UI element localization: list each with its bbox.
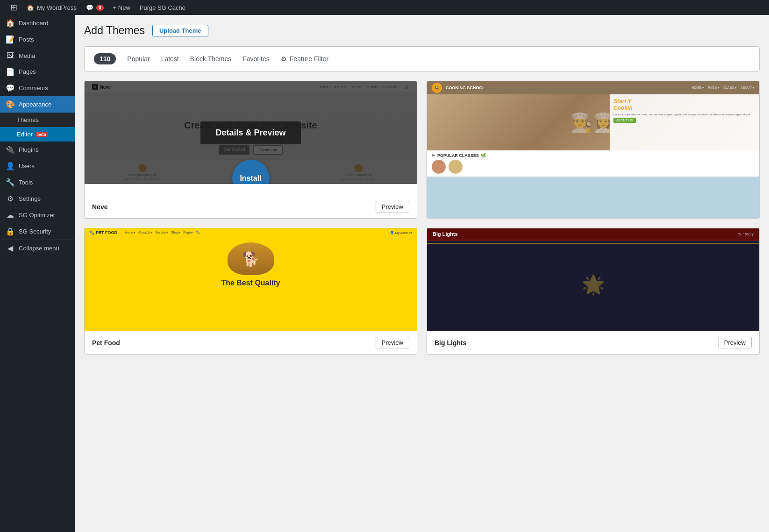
cooking-header: 🍳 COOKING SCHOOL HOME ▾ PAGE ▾ CLASS ▾ A… [427,81,759,94]
sidebar-item-dashboard[interactable]: 🏠 Dashboard [0,15,75,31]
pet-theme-name: Pet Food [92,339,120,347]
sidebar-item-collapse[interactable]: ◀ Collapse menu [0,240,75,256]
new-item[interactable]: + New [108,0,135,15]
sidebar-item-tools[interactable]: 🔧 Tools [0,174,75,191]
sidebar-label-settings: Settings [19,195,41,202]
sidebar-item-sg-security[interactable]: 🔒 SG Security [0,223,75,240]
sidebar-label-sg-security: SG Security [19,228,51,235]
wp-logo-item[interactable]: ⊞ [6,0,22,15]
sidebar-label-themes: Themes [17,116,39,123]
cooking-hero: 👨‍🍳👩‍🍳 Start YCookin Lorem ipsum dolor s… [427,94,759,150]
sidebar-item-themes[interactable]: Themes [0,113,75,127]
main-layout: 🏠 Dashboard 📝 Posts 🖼 Media 📄 Pages 💬 Co… [0,15,769,532]
gear-icon: ⚙ [281,55,287,63]
theme-card-biglights: Big Lights Our Story 🌟 Big Lights [427,228,760,355]
site-name-item[interactable]: 🏠 My WordPress [22,0,81,15]
cooking-leaf-icon: 🌿 [481,153,486,158]
pet-preview-button[interactable]: Preview [376,337,409,348]
sidebar-item-posts[interactable]: 📝 Posts [0,31,75,48]
biglights-placeholder: 🌟 [582,274,605,296]
upload-theme-button[interactable]: Upload Theme [152,25,208,36]
posts-icon: 📝 [6,35,15,44]
settings-icon: ⚙ [6,194,15,203]
cooking-classes-section: ✂ POPULAR CLASSES 🌿 [427,150,759,177]
admin-bar: ⊞ 🏠 My WordPress 💬 0 + New Purge SG Cach… [0,0,769,15]
sidebar-item-users[interactable]: 👤 Users [0,158,75,174]
theme-card-pet: 🐾 PET FOOD Home▾ AboutUs▾ Service▾ Shop▾… [84,228,417,355]
cooking-classes-title: ✂ POPULAR CLASSES 🌿 [432,153,755,158]
sidebar-item-pages[interactable]: 📄 Pages [0,64,75,80]
sidebar-item-appearance[interactable]: 🎨 Appearance [0,96,75,113]
dashboard-icon: 🏠 [6,19,15,28]
neve-preview: N Neve HOME ABOUT BLOG SHOP CONTACT 🛒 [85,81,417,184]
purge-cache-item[interactable]: Purge SG Cache [135,0,190,15]
sidebar-label-sg-optimizer: SG Optimizer [19,212,55,219]
pet-card-footer: Pet Food Preview [85,331,417,354]
sidebar-label-posts: Posts [19,36,34,43]
cooking-preview: 🍳 COOKING SCHOOL HOME ▾ PAGE ▾ CLASS ▾ A… [427,81,759,218]
feature-filter-label: Feature Filter [290,55,328,63]
comments-count: 0 [96,5,104,11]
sg-security-icon: 🔒 [6,227,15,236]
tab-feature-filter[interactable]: ⚙ Feature Filter [281,53,328,64]
neve-details-preview-button[interactable]: Details & Preview [200,121,300,144]
biglights-card-footer: Big Lights Preview [427,331,759,354]
beta-badge: beta [36,132,48,137]
pages-icon: 📄 [6,67,15,76]
cooking-start-label: Start YCookin [613,98,755,111]
sidebar-item-settings[interactable]: ⚙ Settings [0,191,75,207]
cooking-class-2 [449,160,463,174]
sidebar-label-users: Users [19,163,35,170]
comments-sidebar-icon: 💬 [6,84,15,92]
sidebar-label-dashboard: Dashboard [19,20,49,27]
biglights-content: 🌟 [427,247,759,322]
comments-item[interactable]: 💬 0 [81,0,108,15]
sidebar-label-collapse: Collapse menu [19,245,59,252]
pet-nav: Home▾ AboutUs▾ Service▾ Shop▾ Page▾ 🐾 [125,231,200,234]
tab-block-themes[interactable]: Block Themes [190,53,231,64]
sidebar-label-appearance: Appearance [19,101,51,108]
plugins-icon: 🔌 [6,145,15,154]
biglights-header: Big Lights Our Story [427,228,759,241]
sidebar-item-media[interactable]: 🖼 Media [0,48,75,64]
my-account: 👤 My Account [390,231,412,234]
pet-header: 🐾 PET FOOD Home▾ AboutUs▾ Service▾ Shop▾… [85,228,417,237]
cooking-hero-text: Start YCookin Lorem ipsum dolor sit amet… [610,94,759,150]
tab-favorites[interactable]: Favorites [242,53,270,64]
biglights-theme-name: Big Lights [434,339,466,347]
theme-count-badge: 110 [94,53,116,64]
sidebar-label-comments: Comments [19,85,48,92]
cooking-hero-image: 👨‍🍳👩‍🍳 Start YCookin Lorem ipsum dolor s… [427,94,759,150]
cooking-class-1 [432,160,446,174]
collapse-icon: ◀ [6,244,15,253]
wp-icon: ⊞ [10,2,17,13]
cooking-desc: Lorem ipsum dolor sit amet, consectetur … [613,113,755,116]
sidebar-item-sg-optimizer[interactable]: ☁ SG Optimizer [0,207,75,223]
tab-popular[interactable]: Popular [127,53,150,64]
sidebar-item-plugins[interactable]: 🔌 Plugins [0,142,75,158]
neve-preview-button[interactable]: Preview [376,201,409,213]
cooking-about-btn: ABOUT US [613,118,636,123]
sidebar-label-tools: Tools [19,179,33,186]
users-icon: 👤 [6,162,15,170]
cooking-scissors-icon: ✂ [432,153,435,158]
biglights-preview-button[interactable]: Preview [718,337,752,348]
tools-icon: 🔧 [6,178,15,187]
sidebar-item-editor[interactable]: Editor beta [0,127,75,142]
sidebar-item-comments[interactable]: 💬 Comments [0,80,75,96]
sg-optimizer-icon: ☁ [6,211,15,220]
site-name-label: My WordPress [37,4,77,11]
appearance-icon: 🎨 [6,100,15,109]
biglights-nav: Our Story [738,232,754,236]
account-icon: 👤 [390,231,394,234]
comments-icon: 💬 [86,4,93,11]
sidebar: 🏠 Dashboard 📝 Posts 🖼 Media 📄 Pages 💬 Co… [0,15,75,532]
neve-theme-name: Neve [92,203,107,211]
sidebar-label-pages: Pages [19,68,36,75]
biglights-content-area: 🌟 [433,252,754,317]
cooking-nav: HOME ▾ PAGE ▾ CLASS ▾ ABOUT ▾ [691,86,755,90]
pet-hero: 🐕 The Best Quality [85,237,417,293]
sidebar-label-editor: Editor [17,131,33,138]
tab-latest[interactable]: Latest [161,53,179,64]
dog-image: 🐕 [228,242,274,275]
